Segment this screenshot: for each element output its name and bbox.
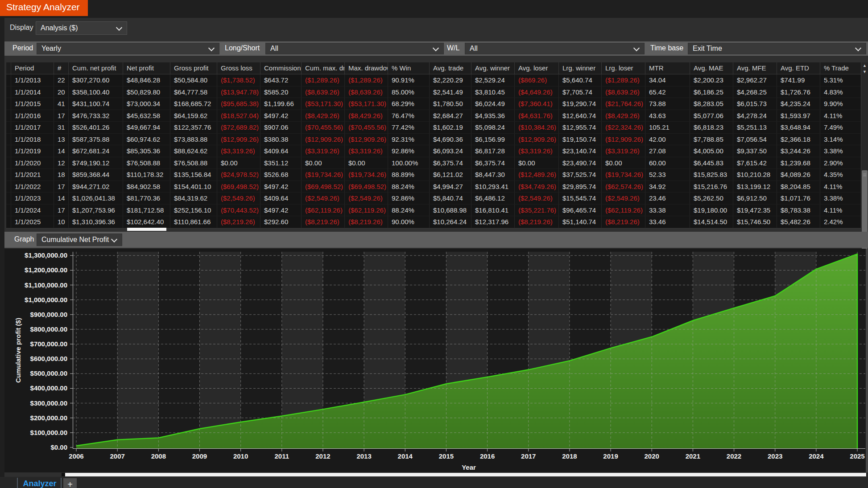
table-cell: $7,615.42 xyxy=(733,157,777,169)
chart-horizontal-scrollbar-thumb[interactable] xyxy=(65,473,866,476)
table-cell: ($8,429.26) xyxy=(302,110,345,122)
table-cell: ($12,909.26) xyxy=(217,134,260,145)
table-cell: $6,121.02 xyxy=(430,169,471,180)
column-header-avg-etd[interactable]: Avg. ETD xyxy=(777,62,820,74)
analysis-table: Period#Cum. net profitNet profitGross pr… xyxy=(6,62,868,229)
window-title-tab[interactable]: Strategy Analyzer xyxy=(0,0,88,16)
table-cell: 14 xyxy=(54,193,69,204)
chart-horizontal-scrollbar[interactable] xyxy=(62,473,867,476)
table-cell: 9.90% xyxy=(820,98,861,110)
table-row[interactable]: 1/1/201541$431,100.74$73,000.34$168,685.… xyxy=(6,98,861,110)
table-row[interactable]: 1/1/201813$587,375.88$60,974.62$73,883.8… xyxy=(6,134,861,146)
table-cell: 22 xyxy=(54,74,69,86)
table-cell: ($8,219.26) xyxy=(217,216,260,228)
table-cell: $13,199.12 xyxy=(733,181,777,193)
column-header-cum-net-profit[interactable]: Cum. net profit xyxy=(69,62,123,74)
table-cell: ($53,171.30) xyxy=(345,98,388,110)
table-horizontal-scrollbar-thumb[interactable] xyxy=(127,228,166,231)
table-cell: 1/1/2022 xyxy=(11,181,54,193)
period-dropdown[interactable]: Yearly xyxy=(37,43,219,54)
table-cell: $497.42 xyxy=(260,110,302,122)
table-cell: 73.88 xyxy=(645,98,690,110)
long-short-dropdown[interactable]: All xyxy=(265,43,444,54)
table-row[interactable]: 1/1/202510$1,310,396.36$102,642.40$110,8… xyxy=(6,216,861,228)
column-header-commission[interactable]: Commission xyxy=(260,62,302,74)
table-cell: $50,584.80 xyxy=(170,74,217,86)
table-row[interactable]: 1/1/202417$1,207,753.96$181,712.58$252,1… xyxy=(6,205,861,217)
table-row[interactable]: 1/1/201617$476,733.32$45,632.58$64,159.6… xyxy=(6,110,861,122)
table-cell: $37,525.74 xyxy=(559,169,602,180)
table-row[interactable]: 1/1/201322$307,270.60$48,846.28$50,584.8… xyxy=(6,74,861,86)
table-row[interactable]: 1/1/202118$859,368.44$110,178.32$135,156… xyxy=(6,169,861,181)
table-row[interactable]: 1/1/202314$1,026,041.38$81,770.36$84,319… xyxy=(6,193,861,205)
table-cell: $19,180.00 xyxy=(690,205,733,216)
table-cell: $16,810.41 xyxy=(471,205,515,216)
x-axis-tick-label: 2024 xyxy=(809,452,823,460)
column-header-avg-loser[interactable]: Avg. loser xyxy=(515,62,559,74)
column-header-net-profit[interactable]: Net profit xyxy=(123,62,170,74)
tab-analyzer[interactable]: Analyzer xyxy=(21,479,59,488)
column-header--trade[interactable]: % Trade xyxy=(820,62,861,74)
column-header-max-drawdown[interactable]: Max. drawdown xyxy=(345,62,388,74)
table-row[interactable]: 1/1/201914$672,681.24$85,305.36$88,624.6… xyxy=(6,145,861,157)
table-cell: $1,207,753.96 xyxy=(69,205,123,216)
column-header-cum-max-drawdown[interactable]: Cum. max. drawdown xyxy=(302,62,345,74)
table-cell: ($22,324.26) xyxy=(602,122,645,133)
table-row[interactable]: 1/1/201731$526,401.26$49,667.94$122,357.… xyxy=(6,122,861,134)
table-cell: 14 xyxy=(54,145,69,157)
table-row[interactable]: 1/1/202012$749,190.12$76,508.88$76,508.8… xyxy=(6,157,861,169)
table-cell: ($3,319.26) xyxy=(515,145,559,157)
table-cell: $6,024.49 xyxy=(471,98,515,110)
table-cell: $0.00 xyxy=(217,157,260,169)
table-cell: $5,251.13 xyxy=(733,122,777,133)
table-row[interactable]: 1/1/202217$944,271.02$84,902.58$154,401.… xyxy=(6,181,861,193)
column-header--win[interactable]: % Win xyxy=(388,62,430,74)
column-header-period[interactable]: Period xyxy=(11,62,54,74)
wl-label: W/L xyxy=(447,44,459,52)
column-header-mtr[interactable]: MTR xyxy=(645,62,690,74)
x-axis-tick-label: 2007 xyxy=(110,452,124,460)
table-cell: 34.04 xyxy=(645,74,690,86)
table-cell: 1/1/2014 xyxy=(11,86,54,98)
table-cell: $154,401.10 xyxy=(170,181,217,193)
table-cell: $5,840.74 xyxy=(430,193,471,204)
add-tab-button[interactable]: + xyxy=(63,478,77,488)
column-header-gross-loss[interactable]: Gross loss xyxy=(217,62,260,74)
time-base-dropdown[interactable]: Exit Time xyxy=(688,43,866,54)
column-header-lrg-loser[interactable]: Lrg. loser xyxy=(602,62,645,74)
graph-dropdown[interactable]: Cumulative Net Profit xyxy=(37,234,122,246)
table-cell: $10,210.28 xyxy=(733,169,777,180)
table-cell: 60.00 xyxy=(645,157,690,169)
wl-dropdown-value: All xyxy=(470,45,478,53)
wl-dropdown[interactable]: All xyxy=(465,43,645,54)
table-cell: $88,624.62 xyxy=(170,145,217,157)
column-header-avg-trade[interactable]: Avg. trade xyxy=(430,62,471,74)
column-header-lrg-winner[interactable]: Lrg. winner xyxy=(559,62,602,74)
column-header-avg-winner[interactable]: Avg. winner xyxy=(471,62,515,74)
column-header-gross-profit[interactable]: Gross profit xyxy=(170,62,217,74)
scroll-up-icon[interactable] xyxy=(861,62,868,69)
scroll-down-icon[interactable] xyxy=(861,69,868,75)
table-cell: 77.42% xyxy=(388,122,430,133)
table-cell: $6,093.24 xyxy=(430,145,471,157)
table-cell: 13 xyxy=(54,134,69,145)
column-header-avg-mfe[interactable]: Avg. MFE xyxy=(733,62,777,74)
table-cell: $0.00 xyxy=(602,157,645,169)
table-cell: 88.89% xyxy=(388,169,430,180)
chart-vertical-scrollbar[interactable] xyxy=(866,249,868,472)
table-vertical-scrollbar[interactable] xyxy=(861,62,868,229)
column-header--[interactable]: # xyxy=(54,62,69,74)
table-cell: 1/1/2013 xyxy=(11,74,54,86)
table-cell: ($12,909.26) xyxy=(345,134,388,145)
table-row[interactable]: 1/1/201420$358,100.40$50,829.80$64,777.5… xyxy=(6,86,861,98)
table-cell: 1/1/2023 xyxy=(11,193,54,204)
table-cell: $12,640.74 xyxy=(559,110,602,122)
table-cell: 7.49% xyxy=(820,122,861,133)
table-cell: ($95,685.38) xyxy=(217,98,260,110)
display-dropdown[interactable]: Analysis ($) xyxy=(36,21,127,35)
y-axis-tick-label: $0.00 xyxy=(4,443,67,451)
table-cell: $1,071.76 xyxy=(777,193,820,204)
column-header-avg-mae[interactable]: Avg. MAE xyxy=(690,62,733,74)
table-cell: $15,545.74 xyxy=(559,193,602,204)
table-cell: $15,216.76 xyxy=(690,181,733,193)
